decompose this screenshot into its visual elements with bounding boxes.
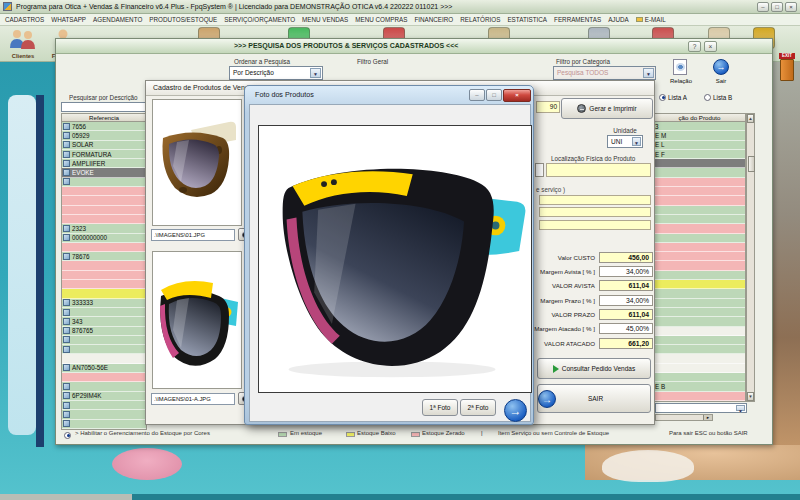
table-row[interactable]: E F xyxy=(654,150,745,159)
table-row[interactable] xyxy=(654,364,745,373)
reference-column-header[interactable]: Referencia xyxy=(61,113,147,122)
price-value-field[interactable]: 456,00 xyxy=(599,252,653,263)
grade-field-1[interactable] xyxy=(539,195,651,205)
table-row[interactable] xyxy=(654,373,745,382)
table-row[interactable] xyxy=(654,271,745,280)
table-row[interactable]: E L xyxy=(654,141,745,150)
description-list-scrollbar[interactable]: ▲ ▼ xyxy=(746,113,755,402)
price-value-field[interactable]: 34,00% xyxy=(599,266,653,277)
price-value-field[interactable]: 611,04 xyxy=(599,280,653,291)
table-row[interactable] xyxy=(62,336,146,345)
table-row[interactable] xyxy=(654,196,745,205)
exit-door-icon[interactable]: EXIT xyxy=(777,53,797,83)
scroll-up-icon[interactable]: ▲ xyxy=(747,114,754,123)
price-value-field[interactable]: 34,00% xyxy=(599,295,653,306)
sair-tool-button[interactable]: → Sair xyxy=(701,59,741,84)
table-row[interactable] xyxy=(62,196,146,205)
scroll-down-icon[interactable]: ▼ xyxy=(747,392,754,401)
scroll-right-icon[interactable]: ► xyxy=(703,415,712,420)
table-row[interactable] xyxy=(62,178,146,187)
lista-a-radio[interactable]: Lista A xyxy=(659,93,687,101)
modal-close-button[interactable]: × xyxy=(503,89,531,102)
table-row[interactable] xyxy=(654,345,745,354)
price-value-field[interactable]: 611,04 xyxy=(599,309,653,320)
photo1-path-field[interactable]: .\IMAGENS\01.JPG xyxy=(151,229,235,241)
table-row[interactable] xyxy=(654,168,745,177)
table-row[interactable] xyxy=(62,308,146,317)
lista-b-radio[interactable]: Lista B xyxy=(704,93,732,101)
table-row[interactable]: 343 xyxy=(62,317,146,326)
menu-item-relat-rios[interactable]: RELATÓRIOS xyxy=(457,16,503,23)
table-row[interactable]: AMPLIIFER xyxy=(62,159,146,168)
unidade-combo[interactable]: UNI ▼ xyxy=(607,135,643,148)
product-photo-2[interactable] xyxy=(152,251,242,389)
table-row[interactable] xyxy=(62,354,146,363)
menu-item-menu-vendas[interactable]: MENU VENDAS xyxy=(299,16,351,23)
table-row[interactable] xyxy=(654,317,745,326)
search-help-button[interactable]: ? xyxy=(688,41,701,52)
table-row[interactable] xyxy=(654,234,745,243)
cadastro-sair-button[interactable]: → SAIR xyxy=(537,384,651,413)
consultar-pedido-button[interactable]: Consultar Pedido Vendas xyxy=(537,358,651,379)
table-row[interactable] xyxy=(654,299,745,308)
table-row[interactable]: 7656 xyxy=(62,122,146,131)
table-row[interactable]: 0000000000 xyxy=(62,234,146,243)
horizontal-scrollbar[interactable]: ► xyxy=(655,414,713,421)
table-row[interactable] xyxy=(654,327,745,336)
filtro-categoria-combo[interactable]: Pesquisa TODOS ▼ xyxy=(553,66,656,80)
table-row[interactable]: 876765 xyxy=(62,327,146,336)
table-row[interactable]: 3 xyxy=(654,122,745,131)
table-row[interactable] xyxy=(62,243,146,252)
table-row[interactable] xyxy=(654,308,745,317)
ordenar-combo[interactable]: Por Descrição ▼ xyxy=(229,66,323,80)
habilitar-estoque-radio[interactable] xyxy=(64,432,71,439)
menu-item-e-mail[interactable]: E-MAIL xyxy=(633,16,669,23)
clientes-button[interactable]: Clientes xyxy=(4,28,42,59)
menu-item-agendamento[interactable]: AGENDAMENTO xyxy=(90,16,145,23)
price-value-field[interactable]: 45,00% xyxy=(599,323,653,334)
table-row[interactable]: AN7050-56E xyxy=(62,364,146,373)
gerar-imprimir-button[interactable]: Gerar e Imprimir xyxy=(561,98,653,119)
maximize-button[interactable]: □ xyxy=(771,2,783,12)
grade-field-3[interactable] xyxy=(539,220,651,230)
table-row[interactable] xyxy=(62,345,146,354)
chevron-down-icon[interactable]: ▼ xyxy=(643,68,654,78)
table-row[interactable] xyxy=(654,243,745,252)
table-row[interactable]: 05929 xyxy=(62,131,146,140)
modal-maximize-button[interactable]: □ xyxy=(486,89,502,101)
search-input[interactable] xyxy=(61,102,147,112)
menu-item-ajuda[interactable]: AJUDA xyxy=(605,16,632,23)
menu-item-estatistica[interactable]: ESTATISTICA xyxy=(504,16,550,23)
table-row[interactable] xyxy=(654,187,745,196)
table-row[interactable] xyxy=(654,261,745,270)
table-row[interactable] xyxy=(62,206,146,215)
table-row[interactable] xyxy=(62,271,146,280)
table-row[interactable]: 333333 xyxy=(62,299,146,308)
relacao-button[interactable]: Relação xyxy=(661,59,701,84)
table-row[interactable]: 78676 xyxy=(62,252,146,261)
table-row[interactable] xyxy=(654,224,745,233)
table-row[interactable] xyxy=(62,289,146,298)
table-row[interactable]: SOLAR xyxy=(62,141,146,150)
modal-minimize-button[interactable]: – xyxy=(469,89,485,101)
table-row[interactable] xyxy=(654,206,745,215)
scrollbar-thumb[interactable] xyxy=(748,156,755,172)
menu-item-financeiro[interactable]: FINANCEIRO xyxy=(411,16,456,23)
grade-field-2[interactable] xyxy=(539,207,651,217)
menu-item-produtos-estoque[interactable]: PRODUTOS/ESTOQUE xyxy=(146,16,220,23)
table-row[interactable] xyxy=(62,401,146,410)
table-row[interactable] xyxy=(62,187,146,196)
table-row[interactable]: FORMATURA xyxy=(62,150,146,159)
description-filter-combo[interactable]: ▼ xyxy=(655,403,747,413)
table-row[interactable] xyxy=(62,261,146,270)
menu-item-servi-o-or-amento[interactable]: SERVIÇO/ORÇAMENTO xyxy=(221,16,298,23)
foto2-button[interactable]: 2ª Foto xyxy=(460,399,496,416)
close-button[interactable]: × xyxy=(785,2,797,12)
menu-item-menu-compras[interactable]: MENU COMPRAS xyxy=(352,16,410,23)
foto1-button[interactable]: 1ª Foto xyxy=(422,399,458,416)
table-row[interactable] xyxy=(654,336,745,345)
chevron-down-icon[interactable]: ▼ xyxy=(632,137,641,146)
localizacao-check-box[interactable] xyxy=(535,163,544,177)
search-close-button[interactable]: × xyxy=(704,41,717,52)
table-row[interactable] xyxy=(62,420,146,429)
